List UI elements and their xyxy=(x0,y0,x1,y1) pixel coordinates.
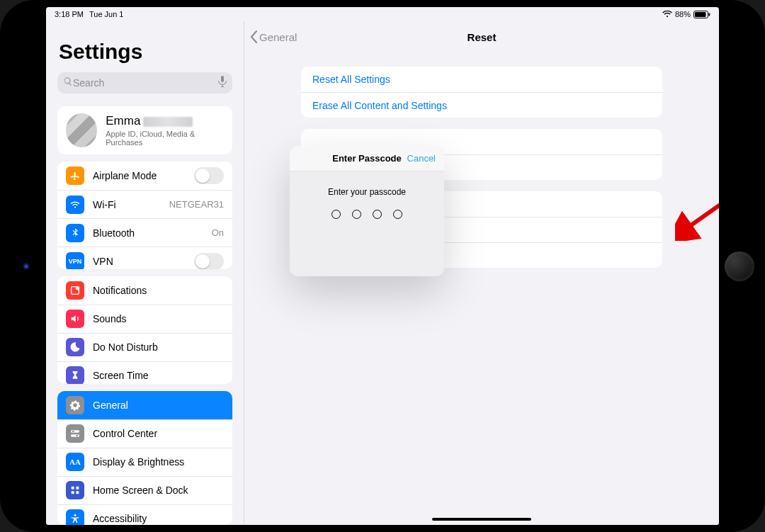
moon-icon xyxy=(66,338,84,356)
svg-rect-6 xyxy=(71,430,79,432)
sidebar-item-label: Home Screen & Dock xyxy=(93,485,188,496)
switches-icon xyxy=(66,424,84,443)
passcode-message: Enter your passcode xyxy=(328,187,406,197)
sidebar-item-homescreen[interactable]: Home Screen & Dock xyxy=(57,476,232,504)
search-field[interactable] xyxy=(57,72,232,94)
sidebar-item-vpn[interactable]: VPN VPN xyxy=(57,247,232,269)
sidebar-item-display[interactable]: AA Display & Brightness xyxy=(57,448,232,476)
sidebar-item-dnd[interactable]: Do Not Disturb xyxy=(57,333,232,361)
sidebar-item-label: Sounds xyxy=(93,313,126,324)
wifi-value: NETGEAR31 xyxy=(169,199,224,210)
gear-icon xyxy=(66,396,84,414)
sidebar-item-label: Do Not Disturb xyxy=(93,341,158,353)
passcode-dot xyxy=(332,210,341,219)
status-date: Tue Jun 1 xyxy=(89,10,124,18)
svg-point-9 xyxy=(76,435,78,437)
svg-rect-11 xyxy=(76,487,79,489)
status-battery-pct: 88% xyxy=(675,10,691,18)
sidebar-item-accessibility[interactable]: Accessibility xyxy=(57,504,232,526)
svg-line-15 xyxy=(685,196,719,230)
sidebar-item-screentime[interactable]: Screen Time xyxy=(57,361,232,384)
sidebar-item-wifi[interactable]: Wi-Fi NETGEAR31 xyxy=(57,190,232,218)
grid-icon xyxy=(66,481,84,499)
svg-rect-1 xyxy=(695,12,706,17)
avatar xyxy=(66,113,97,147)
svg-point-14 xyxy=(74,514,76,516)
passcode-dot xyxy=(352,210,361,219)
reset-all-settings[interactable]: Reset All Settings xyxy=(301,67,662,92)
passcode-dot xyxy=(393,210,402,219)
device-home-button[interactable] xyxy=(725,251,754,281)
svg-point-5 xyxy=(76,286,79,290)
sidebar-item-airplane[interactable]: Airplane Mode xyxy=(57,162,232,190)
wifi-icon xyxy=(662,11,672,18)
sidebar-item-label: Bluetooth xyxy=(93,227,135,239)
passcode-title: Enter Passcode xyxy=(332,153,402,164)
home-indicator[interactable] xyxy=(432,518,531,521)
sidebar-item-label: Airplane Mode xyxy=(93,170,157,181)
erase-all-content[interactable]: Erase All Content and Settings xyxy=(301,92,662,118)
bluetooth-icon xyxy=(66,224,84,242)
hourglass-icon xyxy=(66,366,84,383)
svg-rect-10 xyxy=(72,487,74,489)
profile-subtitle: Apple ID, iCloud, Media & Purchases xyxy=(106,130,224,147)
vpn-icon: VPN xyxy=(66,252,84,269)
passcode-dot xyxy=(373,210,382,219)
svg-rect-13 xyxy=(76,491,79,494)
svg-rect-2 xyxy=(709,13,710,16)
sidebar-item-label: Display & Brightness xyxy=(93,456,184,468)
svg-rect-12 xyxy=(72,491,74,494)
accessibility-icon xyxy=(66,509,84,525)
search-input[interactable] xyxy=(73,77,218,89)
status-bar: 3:18 PM Tue Jun 1 88% xyxy=(46,7,719,21)
settings-title: Settings xyxy=(46,21,244,68)
sidebar-item-label: General xyxy=(93,400,128,411)
wifi-icon xyxy=(66,196,84,214)
sidebar-item-notifications[interactable]: Notifications xyxy=(57,276,232,305)
device-camera xyxy=(23,263,30,270)
sidebar-item-label: Screen Time xyxy=(93,370,149,381)
sidebar-item-bluetooth[interactable]: Bluetooth On xyxy=(57,218,232,247)
airplane-toggle[interactable] xyxy=(194,167,224,184)
notifications-icon xyxy=(66,281,84,300)
passcode-popover: Enter Passcode Cancel Enter your passcod… xyxy=(290,146,444,276)
nav-bar: General Reset xyxy=(244,21,719,52)
sidebar-item-sounds[interactable]: Sounds xyxy=(57,305,232,333)
bluetooth-value: On xyxy=(212,227,224,238)
status-time: 3:18 PM xyxy=(55,10,84,18)
sidebar-item-label: VPN xyxy=(93,256,113,267)
sidebar-item-control-center[interactable]: Control Center xyxy=(57,419,232,448)
sidebar-item-general[interactable]: General xyxy=(57,391,232,419)
apple-id-row[interactable]: Emma Apple ID, iCloud, Media & Purchases xyxy=(57,106,232,154)
sidebar-item-label: Control Center xyxy=(93,428,157,439)
annotation-arrow xyxy=(675,191,719,241)
text-size-icon: AA xyxy=(66,453,84,471)
svg-rect-7 xyxy=(71,434,79,436)
sidebar-item-label: Accessibility xyxy=(93,513,147,524)
profile-name-redacted xyxy=(143,117,193,127)
passcode-dots[interactable] xyxy=(332,210,402,219)
vpn-toggle[interactable] xyxy=(194,253,224,269)
sounds-icon xyxy=(66,310,84,328)
cancel-button[interactable]: Cancel xyxy=(407,153,436,164)
airplane-icon xyxy=(66,166,84,185)
svg-rect-3 xyxy=(221,76,224,82)
dictation-icon[interactable] xyxy=(218,76,227,90)
sidebar-item-label: Wi-Fi xyxy=(93,199,116,210)
page-title: Reset xyxy=(244,31,719,43)
svg-point-8 xyxy=(72,431,74,433)
battery-icon xyxy=(693,11,710,18)
sidebar-item-label: Notifications xyxy=(93,285,147,296)
profile-name: Emma xyxy=(106,114,224,128)
search-icon xyxy=(63,77,73,89)
